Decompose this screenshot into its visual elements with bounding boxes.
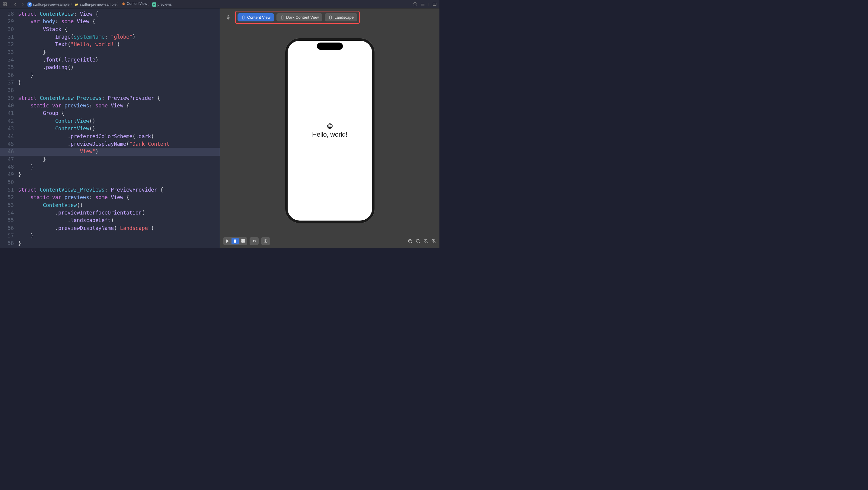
code-content: .previewDisplayName("Landscape") (18, 225, 154, 232)
code-content: } (18, 239, 21, 247)
app-icon: ⌘ (28, 2, 32, 7)
pin-preview-button[interactable] (224, 13, 233, 22)
code-content: .landscapeLeft) (18, 217, 114, 224)
device-frame-iphone: Hello, world! (285, 38, 375, 223)
refresh-icon[interactable] (412, 2, 417, 7)
zoom-in-button[interactable] (431, 238, 436, 244)
code-line[interactable]: 44 .preferredColorScheme(.dark) (0, 133, 220, 140)
code-line[interactable]: 54 .previewInterfaceOrientation( (0, 209, 220, 217)
code-line[interactable]: 48 } (0, 163, 220, 171)
code-line[interactable]: 38 (0, 87, 220, 94)
preview-selectable-button[interactable] (231, 238, 239, 244)
code-line[interactable]: 58} (0, 239, 220, 247)
code-content: } (18, 48, 46, 56)
preview-icon: P (152, 2, 156, 7)
svg-rect-1 (5, 2, 6, 4)
preview-variants-button[interactable] (239, 238, 247, 244)
preview-tab[interactable]: Landscape (325, 13, 357, 22)
code-line[interactable]: 53 ContentView() (0, 201, 220, 209)
svg-rect-7 (281, 16, 283, 19)
breadcrumb-item[interactable]: 📁swiftui-preview-sample (74, 2, 117, 7)
line-number: 38 (0, 87, 18, 94)
code-line[interactable]: 32 Text("Hello, world!") (0, 41, 220, 48)
code-line[interactable]: 40 static var previews: some View { (0, 102, 220, 109)
preview-tab-label: Dark Content View (286, 15, 319, 20)
code-line[interactable]: 31 Image(systemName: "globe") (0, 33, 220, 41)
related-items-icon[interactable] (2, 2, 7, 7)
preview-canvas: Content ViewDark Content ViewLandscape H… (220, 8, 439, 248)
code-editor[interactable]: 28struct ContentView: View {29 var body:… (0, 8, 220, 248)
code-line[interactable]: 50 (0, 178, 220, 186)
zoom-controls (407, 238, 436, 244)
svg-rect-14 (243, 239, 245, 240)
preview-inspector-button[interactable] (261, 237, 270, 245)
code-content: ContentView() (18, 118, 95, 125)
device-icon (280, 15, 284, 20)
code-line[interactable]: 35 .padding() (0, 64, 220, 71)
code-line[interactable]: 57 } (0, 232, 220, 239)
line-number: 40 (0, 102, 18, 109)
code-line[interactable]: 55 .landscapeLeft) (0, 217, 220, 224)
code-line[interactable]: 34 .font(.largeTitle) (0, 56, 220, 64)
line-number: 45 (0, 140, 18, 148)
code-line[interactable]: 51struct ContentView2_Previews: PreviewP… (0, 186, 220, 194)
code-line[interactable]: 39struct ContentView_Previews: PreviewPr… (0, 94, 220, 102)
code-line[interactable]: 28struct ContentView: View { (0, 10, 220, 18)
line-number: 37 (0, 79, 18, 87)
code-content: VStack { (18, 26, 68, 33)
code-line[interactable]: 47 } (0, 156, 220, 163)
line-number: 34 (0, 56, 18, 64)
nav-forward-icon[interactable] (20, 2, 25, 7)
device-icon (241, 15, 245, 20)
breadcrumb-item[interactable]: ContentView (121, 1, 147, 6)
code-line[interactable]: 29 var body: some View { (0, 18, 220, 25)
preview-mode-segmented[interactable] (223, 237, 247, 245)
code-content: Text("Hello, world!") (18, 41, 120, 48)
nav-back-icon[interactable] (13, 2, 18, 7)
line-number: 39 (0, 94, 18, 102)
code-content: static var previews: some View { (18, 102, 129, 109)
xcode-jump-bar: | ⌘swiftui-preview-sample〉📁swiftui-previ… (0, 0, 439, 8)
zoom-out-button[interactable] (407, 238, 413, 244)
code-content: } (18, 171, 21, 178)
preview-tabs-highlight: Content ViewDark Content ViewLandscape (235, 11, 360, 24)
line-number: 28 (0, 10, 18, 18)
line-number: 48 (0, 163, 18, 171)
code-line[interactable]: 36 } (0, 71, 220, 79)
code-content: ContentView() (18, 125, 95, 132)
device-settings-button[interactable] (250, 237, 259, 245)
code-line[interactable]: 42 ContentView() (0, 118, 220, 125)
code-line[interactable]: 49} (0, 171, 220, 178)
preview-live-button[interactable] (224, 238, 231, 244)
preview-tab[interactable]: Content View (238, 13, 274, 22)
line-number: 58 (0, 239, 18, 247)
code-line[interactable]: 45 .previewDisplayName("Dark Content (0, 140, 220, 148)
code-content: View") (18, 148, 98, 155)
breadcrumb-item[interactable]: Ppreviews (152, 2, 172, 7)
svg-point-22 (416, 239, 419, 242)
line-number: 56 (0, 225, 18, 232)
code-content: .font(.largeTitle) (18, 56, 98, 64)
zoom-fit-button[interactable] (415, 238, 421, 244)
zoom-actual-button[interactable] (423, 238, 429, 244)
code-line[interactable]: 37} (0, 79, 220, 87)
adjust-editor-icon[interactable] (421, 2, 425, 7)
preview-tab[interactable]: Dark Content View (276, 13, 322, 22)
code-line[interactable]: 52 static var previews: some View { (0, 194, 220, 201)
line-number: 36 (0, 71, 18, 79)
svg-rect-12 (234, 239, 236, 243)
code-line[interactable]: 56 .previewDisplayName("Landscape") (0, 225, 220, 232)
code-line[interactable]: 46 View") (0, 148, 220, 155)
code-content: } (18, 163, 33, 171)
code-line[interactable]: 41 Group { (0, 109, 220, 117)
line-number: 55 (0, 217, 18, 224)
code-line[interactable]: 30 VStack { (0, 26, 220, 33)
breadcrumb-label: swiftui-preview-sample (33, 2, 69, 7)
code-line[interactable]: 33 } (0, 48, 220, 56)
breadcrumb-item[interactable]: ⌘swiftui-preview-sample (28, 2, 69, 7)
line-number: 53 (0, 201, 18, 209)
code-line[interactable]: 43 ContentView() (0, 125, 220, 132)
toggle-canvas-icon[interactable] (432, 2, 437, 7)
svg-rect-6 (242, 16, 244, 19)
swift-file-icon (121, 1, 126, 6)
